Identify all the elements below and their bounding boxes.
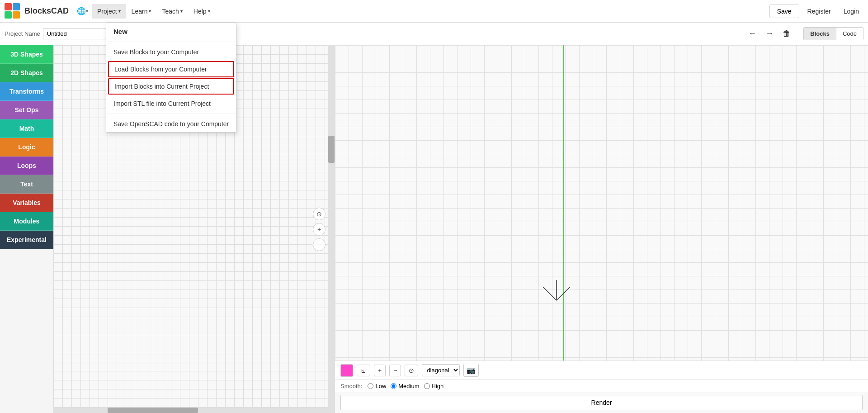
menu-item-load-blocks[interactable]: Load Blocks from your Computer [108, 61, 234, 77]
menu-item-save-blocks[interactable]: Save Blocks to your Computer [106, 44, 236, 60]
menu-item-new[interactable]: New [106, 23, 236, 40]
menu-item-save-openscad[interactable]: Save OpenSCAD code to your Computer [106, 116, 236, 132]
menu-divider-1 [106, 42, 236, 42]
project-dropdown-menu: New Save Blocks to your Computer Load Bl… [106, 23, 236, 133]
menu-item-import-stl[interactable]: Import STL file into Current Project [106, 95, 236, 112]
menu-item-import-blocks[interactable]: Import Blocks into Current Project [108, 78, 234, 95]
menu-divider-2 [106, 114, 236, 114]
